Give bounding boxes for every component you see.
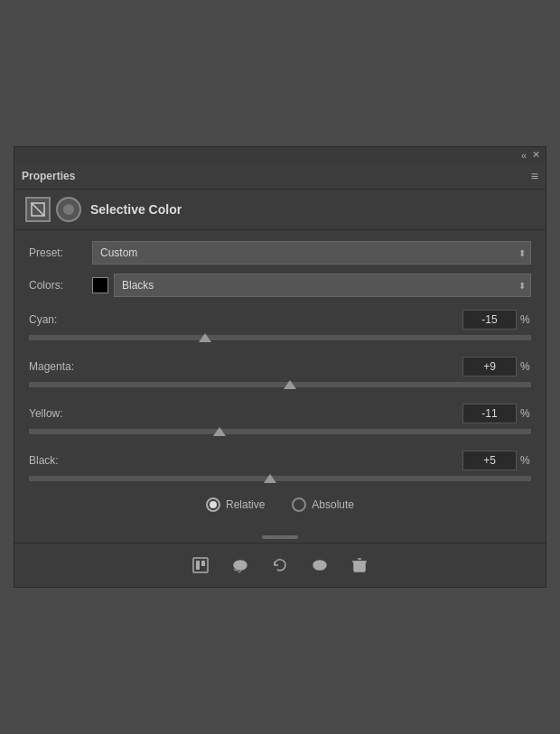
magenta-slider-section: Magenta: +9 % — [29, 357, 531, 387]
panel-menu-button[interactable]: ≡ — [531, 169, 538, 183]
svg-point-6 — [238, 563, 243, 568]
collapse-button[interactable]: « — [521, 150, 527, 161]
svg-line-1 — [32, 203, 44, 216]
magenta-value[interactable]: +9 — [462, 357, 517, 376]
panel-content: Preset: Custom Default Cyanotypes ⬍ Colo… — [14, 230, 546, 535]
colors-select[interactable]: Reds Yellows Greens Cyans Blues Magentas… — [114, 274, 531, 297]
svg-rect-2 — [193, 558, 208, 572]
magenta-slider-thumb[interactable] — [284, 380, 296, 389]
svg-point-8 — [318, 563, 322, 568]
black-slider-thumb[interactable] — [264, 474, 276, 483]
black-label: Black: — [29, 454, 462, 467]
magenta-label: Magenta: — [29, 360, 462, 373]
yellow-value[interactable]: -11 — [462, 404, 517, 423]
yellow-slider-section: Yellow: -11 % — [29, 404, 531, 434]
relative-radio-dot — [210, 501, 217, 508]
yellow-label: Yellow: — [29, 407, 462, 420]
absolute-radio-circle[interactable] — [292, 497, 306, 512]
cyan-slider-thumb[interactable] — [199, 333, 211, 342]
relative-radio-label: Relative — [226, 498, 265, 511]
panel-title: Properties — [22, 170, 75, 182]
absolute-radio-label: Absolute — [312, 498, 354, 511]
section-header: Selective Color — [14, 190, 546, 230]
preset-label: Preset: — [29, 246, 92, 259]
properties-panel: « ✕ Properties ≡ Selective Color Preset:… — [14, 146, 546, 588]
toolbar — [14, 543, 546, 587]
color-swatch — [92, 277, 108, 293]
cyan-slider-section: Cyan: -15 % — [29, 310, 531, 340]
section-title: Selective Color — [90, 202, 182, 217]
svg-rect-9 — [354, 562, 365, 571]
yellow-slider-track[interactable] — [29, 429, 531, 434]
black-slider-header: Black: +5 % — [29, 451, 531, 470]
relative-option[interactable]: Relative — [206, 497, 265, 512]
add-adjustment-button[interactable] — [188, 553, 213, 578]
adjustment-icon[interactable] — [25, 197, 51, 222]
panel-header: Properties ≡ — [14, 163, 546, 190]
mask-icon[interactable] — [56, 197, 81, 222]
magenta-slider-header: Magenta: +9 % — [29, 357, 531, 376]
preset-select-wrapper: Custom Default Cyanotypes ⬍ — [92, 241, 531, 265]
black-unit: % — [520, 454, 531, 467]
close-button[interactable]: ✕ — [532, 149, 540, 161]
black-value[interactable]: +5 — [462, 451, 517, 470]
visibility-effects-button[interactable] — [228, 553, 253, 578]
absolute-option[interactable]: Absolute — [292, 497, 354, 512]
yellow-slider-thumb[interactable] — [213, 427, 226, 436]
magenta-slider-track[interactable] — [29, 382, 531, 387]
window-controls: « ✕ — [14, 147, 546, 163]
reset-button[interactable] — [267, 553, 293, 578]
colors-select-wrapper: Reds Yellows Greens Cyans Blues Magentas… — [114, 274, 531, 297]
method-radio-row: Relative Absolute — [29, 497, 531, 512]
svg-rect-3 — [196, 561, 200, 570]
layer-visibility-button[interactable] — [307, 553, 332, 578]
delete-button[interactable] — [347, 553, 372, 578]
cyan-slider-track[interactable] — [29, 335, 531, 340]
black-slider-section: Black: +5 % — [29, 451, 531, 481]
black-slider-track[interactable] — [29, 476, 531, 481]
magenta-unit: % — [520, 360, 531, 373]
yellow-unit: % — [520, 407, 531, 420]
preset-row: Preset: Custom Default Cyanotypes ⬍ — [29, 241, 531, 265]
cyan-slider-header: Cyan: -15 % — [29, 310, 531, 330]
colors-row: Colors: Reds Yellows Greens Cyans Blues … — [29, 274, 531, 297]
cyan-unit: % — [520, 313, 531, 326]
relative-radio-circle[interactable] — [206, 497, 220, 512]
svg-rect-4 — [201, 561, 205, 566]
scrollbar-indicator — [262, 535, 298, 539]
cyan-label: Cyan: — [29, 313, 462, 326]
yellow-slider-header: Yellow: -11 % — [29, 404, 531, 423]
preset-select[interactable]: Custom Default Cyanotypes — [92, 241, 531, 265]
colors-label: Colors: — [29, 279, 92, 292]
cyan-value[interactable]: -15 — [462, 310, 517, 330]
